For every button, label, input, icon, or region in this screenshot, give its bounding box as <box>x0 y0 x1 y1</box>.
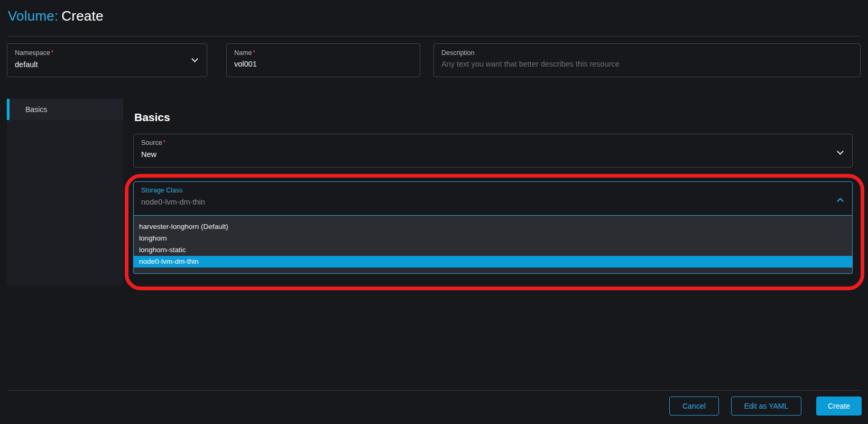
storage-class-option[interactable]: harvester-longhorn (Default) <box>134 221 852 233</box>
tab-basics[interactable]: Basics <box>7 99 123 120</box>
namespace-select[interactable]: Namespace* default <box>7 43 207 77</box>
storage-class-label: Storage Class <box>141 187 845 194</box>
source-value: New <box>141 150 845 159</box>
description-input[interactable] <box>441 60 832 68</box>
storage-class-dropdown: harvester-longhorn (Default) longhorn lo… <box>133 216 853 274</box>
name-input[interactable] <box>234 60 403 68</box>
header-divider <box>7 36 861 36</box>
create-button[interactable]: Create <box>816 397 862 416</box>
footer-divider <box>7 390 861 391</box>
required-asterisk: * <box>253 49 255 56</box>
page-title-action: Create <box>61 8 103 24</box>
required-asterisk: * <box>51 49 53 56</box>
section-title: Basics <box>134 111 170 124</box>
page-title: Volume:Create <box>8 8 104 24</box>
storage-class-value: node0-lvm-dm-thin <box>141 198 845 206</box>
page-title-resource: Volume: <box>8 8 58 24</box>
description-label: Description <box>441 49 853 57</box>
edit-as-yaml-button[interactable]: Edit as YAML <box>731 397 801 416</box>
cancel-button[interactable]: Cancel <box>669 397 719 416</box>
storage-class-option[interactable]: longhorn-static <box>134 244 852 256</box>
description-field: Description <box>433 43 861 77</box>
active-tab-accent-bar <box>7 99 10 120</box>
namespace-value: default <box>15 60 199 69</box>
tab-basics-label: Basics <box>25 105 47 114</box>
storage-class-select[interactable]: Storage Class node0-lvm-dm-thin <box>133 181 853 216</box>
namespace-label: Namespace* <box>15 49 199 57</box>
name-field: Name* <box>226 43 420 77</box>
storage-class-option[interactable]: longhorn <box>134 233 852 244</box>
source-label: Source* <box>141 139 845 146</box>
storage-class-option-selected[interactable]: node0-lvm-dm-thin <box>134 256 852 268</box>
tab-panel-background <box>7 120 123 285</box>
name-label: Name* <box>234 49 412 57</box>
required-asterisk: * <box>163 139 165 145</box>
source-select[interactable]: Source* New <box>133 134 853 168</box>
volume-create-page: Volume:Create Namespace* default Name* D… <box>0 0 868 424</box>
